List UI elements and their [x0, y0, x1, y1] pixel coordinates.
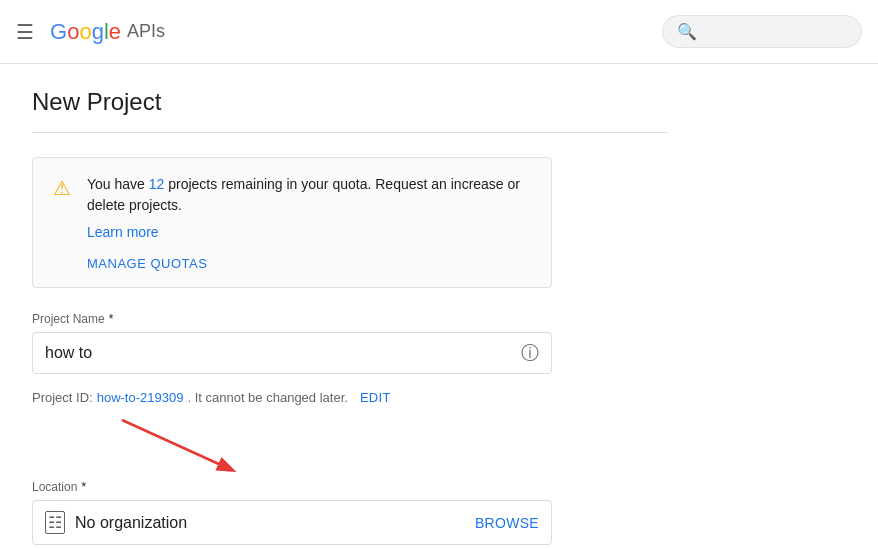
- search-icon: 🔍: [677, 22, 697, 41]
- location-label: Location *: [32, 480, 552, 494]
- header: ☰ Google APIs 🔍: [0, 0, 878, 64]
- alert-count: 12: [149, 176, 165, 192]
- project-id-value: how-to-219309: [97, 390, 184, 405]
- learn-more-link[interactable]: Learn more: [87, 224, 531, 240]
- edit-link[interactable]: EDIT: [360, 390, 391, 405]
- page-content: New Project ⚠ You have 12 projects remai…: [0, 64, 700, 549]
- project-name-label: Project Name *: [32, 312, 552, 326]
- apis-text: APIs: [127, 21, 165, 42]
- arrow-area: [32, 425, 552, 480]
- form-section: Project Name * ⓘ Project ID: how-to-2193…: [32, 312, 552, 549]
- alert-box: ⚠ You have 12 projects remaining in your…: [32, 157, 552, 288]
- search-box[interactable]: 🔍: [662, 15, 862, 48]
- page-title: New Project: [32, 88, 668, 133]
- project-name-field: Project Name * ⓘ: [32, 312, 552, 374]
- location-section: Location * ☷ No organization BROWSE Pare…: [32, 480, 552, 549]
- logo-o1: o: [67, 19, 79, 45]
- menu-icon[interactable]: ☰: [16, 20, 34, 44]
- project-id-suffix: . It cannot be changed later.: [187, 390, 347, 405]
- alert-text-before: You have: [87, 176, 149, 192]
- logo-g: G: [50, 19, 67, 45]
- logo-g2: g: [92, 19, 104, 45]
- help-icon[interactable]: ⓘ: [521, 341, 539, 365]
- location-input-wrapper: ☷ No organization BROWSE: [32, 500, 552, 545]
- browse-button[interactable]: BROWSE: [475, 515, 539, 531]
- project-name-input-wrapper: ⓘ: [32, 332, 552, 374]
- svg-line-1: [122, 420, 232, 470]
- logo-o2: o: [79, 19, 91, 45]
- google-logo: Google: [50, 19, 121, 45]
- location-value: No organization: [75, 514, 475, 532]
- required-marker: *: [109, 312, 114, 326]
- logo-e: e: [109, 19, 121, 45]
- header-search: 🔍: [662, 15, 862, 48]
- project-id-prefix: Project ID:: [32, 390, 93, 405]
- project-id-line: Project ID: how-to-219309. It cannot be …: [32, 390, 552, 405]
- project-id-section: Project ID: how-to-219309. It cannot be …: [32, 390, 552, 480]
- alert-text: You have 12 projects remaining in your q…: [87, 174, 531, 216]
- organization-icon: ☷: [45, 511, 65, 534]
- project-name-input[interactable]: [45, 344, 513, 362]
- alert-content: You have 12 projects remaining in your q…: [87, 174, 531, 271]
- warning-icon: ⚠: [53, 176, 71, 200]
- manage-quotas-link[interactable]: MANAGE QUOTAS: [87, 256, 531, 271]
- location-required: *: [81, 480, 86, 494]
- red-arrow: [112, 415, 252, 480]
